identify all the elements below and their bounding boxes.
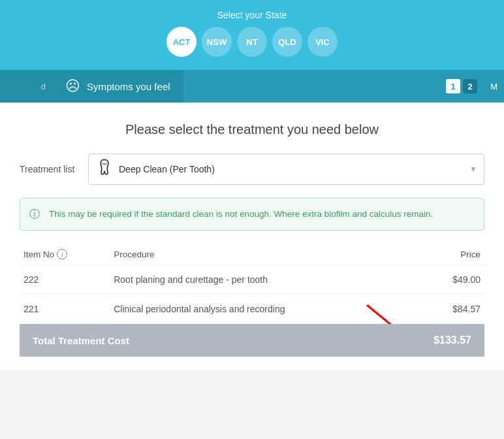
total-amount: $133.57 — [433, 334, 471, 346]
step-badges: 1 2 — [446, 79, 484, 93]
nav-left-stub: d — [0, 70, 52, 103]
nav-bar: d ☹ Symptoms you feel 1 2 M — [0, 70, 504, 103]
nav-more: M — [484, 82, 504, 91]
info-alert-icon: ⓘ — [29, 208, 40, 221]
arrow-container: Total Treatment Cost $133.57 — [20, 324, 484, 357]
dropdown-arrow-icon: ▼ — [469, 165, 477, 174]
info-box: ⓘ This may be required if the standard c… — [20, 198, 484, 231]
state-btn-act[interactable]: ACT — [166, 27, 197, 57]
state-btn-vic[interactable]: VIC — [307, 27, 338, 57]
procedure-1: Root planing and curettage - per tooth — [110, 265, 422, 295]
col-price: Price — [422, 244, 484, 265]
page-title: Please select the treatment you need bel… — [20, 122, 484, 137]
state-buttons: ACT NSW NT QLD VIC — [13, 27, 491, 57]
price-2: $84.57 — [422, 295, 484, 324]
table-row: 222 Root planing and curettage - per too… — [20, 265, 484, 295]
main-content: Please select the treatment you need bel… — [0, 103, 504, 370]
item-info-icon: i — [57, 249, 67, 259]
items-table: Item No i Procedure Price 222 Root plani… — [20, 244, 484, 324]
tooth-icon — [95, 158, 114, 180]
total-label: Total Treatment Cost — [33, 335, 129, 346]
state-btn-qld[interactable]: QLD — [272, 27, 302, 57]
top-header: Select your State ACT NSW NT QLD VIC — [0, 0, 504, 70]
treatment-name: Deep Clean (Per Tooth) — [119, 164, 469, 174]
state-label: Select your State — [13, 10, 491, 20]
treatment-list-label: Treatment list — [20, 164, 78, 174]
total-row: Total Treatment Cost $133.57 — [20, 324, 484, 357]
treatment-select[interactable]: Deep Clean (Per Tooth) ▼ — [88, 154, 484, 185]
col-item-no: Item No i — [20, 244, 110, 265]
frown-icon: ☹ — [65, 78, 80, 95]
price-1: $49.00 — [422, 265, 484, 295]
state-btn-nt[interactable]: NT — [237, 27, 267, 57]
item-no-2: 221 — [20, 295, 110, 324]
info-text: This may be required if the standard cle… — [49, 209, 433, 219]
nav-symptoms-tab[interactable]: ☹ Symptoms you feel — [52, 70, 183, 103]
step-badge-2: 2 — [463, 79, 477, 93]
step-badge-1: 1 — [446, 79, 460, 93]
treatment-row: Treatment list Deep Clean (Per Tooth) ▼ — [20, 154, 484, 185]
nav-left-text: d — [41, 82, 46, 91]
item-no-1: 222 — [20, 265, 110, 295]
col-procedure: Procedure — [110, 244, 422, 265]
nav-tab-label: Symptoms you feel — [87, 81, 170, 92]
state-btn-nsw[interactable]: NSW — [202, 27, 232, 57]
table-row: 221 Clinical periodontal analysis and re… — [20, 295, 484, 324]
